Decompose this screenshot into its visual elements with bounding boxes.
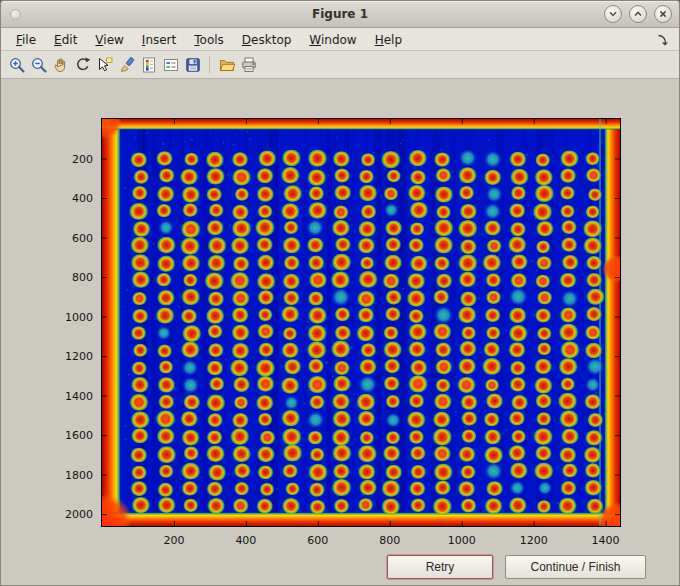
x-tick-label: 600	[307, 534, 328, 547]
title-bar[interactable]: Figure 1	[1, 1, 679, 28]
figure-canvas-area: Retry Continue / Finish 2004006008001000…	[1, 79, 679, 585]
menu-items: FileEditViewInsertToolsDesktopWindowHelp	[7, 29, 411, 50]
toolbar	[1, 51, 679, 79]
x-tick-label: 400	[235, 534, 256, 547]
close-icon	[658, 9, 668, 19]
axes	[101, 118, 621, 527]
x-tick-label: 200	[163, 534, 184, 547]
chevron-up-icon	[633, 9, 643, 19]
y-tick-label: 1600	[53, 429, 93, 442]
menu-item-window[interactable]: Window	[300, 29, 365, 50]
print-icon	[240, 56, 258, 74]
rotate-3d-button[interactable]	[72, 54, 93, 76]
menu-item-file[interactable]: File	[7, 29, 45, 50]
y-tick-label: 1000	[53, 310, 93, 323]
retry-button[interactable]: Retry	[387, 555, 493, 579]
y-tick-label: 1800	[53, 468, 93, 481]
insert-colorbar-button[interactable]	[138, 54, 159, 76]
menu-item-edit[interactable]: Edit	[45, 29, 86, 50]
menu-item-desktop[interactable]: Desktop	[233, 29, 301, 50]
insert-legend-button[interactable]	[160, 54, 181, 76]
insert-legend-icon	[162, 56, 180, 74]
maximize-button[interactable]	[629, 5, 647, 23]
y-tick-label: 600	[53, 231, 93, 244]
y-tick-label: 2000	[53, 508, 93, 521]
y-tick-label: 800	[53, 271, 93, 284]
y-tick-label: 1200	[53, 350, 93, 363]
pan-icon	[52, 56, 70, 74]
dock-arrow-icon	[656, 33, 669, 46]
window-title: Figure 1	[1, 7, 679, 21]
save-icon	[184, 56, 202, 74]
x-tick-label: 1000	[448, 534, 476, 547]
x-tick-label: 800	[379, 534, 400, 547]
y-tick-label: 1400	[53, 389, 93, 402]
figure-window: Figure 1 FileEditViewInsertToolsDesktopW…	[0, 0, 680, 586]
save-button[interactable]	[182, 54, 203, 76]
shade-button[interactable]	[604, 5, 622, 23]
x-tick-label: 1200	[520, 534, 548, 547]
menu-item-view[interactable]: View	[86, 29, 132, 50]
continue-finish-button[interactable]: Continue / Finish	[505, 555, 646, 579]
open-button[interactable]	[216, 54, 237, 76]
y-tick-label: 200	[53, 152, 93, 165]
data-cursor-icon	[96, 56, 114, 74]
menu-item-tools[interactable]: Tools	[185, 29, 233, 50]
brush-button[interactable]	[116, 54, 137, 76]
zoom-out-icon	[30, 56, 48, 74]
brush-icon	[118, 56, 136, 74]
rotate-3d-icon	[74, 56, 92, 74]
close-button[interactable]	[654, 5, 672, 23]
menu-item-insert[interactable]: Insert	[133, 29, 185, 50]
window-controls	[604, 5, 672, 23]
x-tick-label: 1400	[592, 534, 620, 547]
toolbar-separator	[209, 56, 210, 73]
print-button[interactable]	[238, 54, 259, 76]
open-icon	[218, 56, 236, 74]
dock-figure-button[interactable]	[652, 31, 673, 48]
y-tick-label: 400	[53, 192, 93, 205]
microarray-image[interactable]	[102, 119, 620, 526]
chevron-down-icon	[608, 9, 618, 19]
insert-colorbar-icon	[140, 56, 158, 74]
menu-bar: FileEditViewInsertToolsDesktopWindowHelp	[1, 28, 679, 51]
zoom-in-icon	[8, 56, 26, 74]
zoom-in-button[interactable]	[6, 54, 27, 76]
zoom-out-button[interactable]	[28, 54, 49, 76]
pan-button[interactable]	[50, 54, 71, 76]
menu-item-help[interactable]: Help	[366, 29, 411, 50]
data-cursor-button[interactable]	[94, 54, 115, 76]
